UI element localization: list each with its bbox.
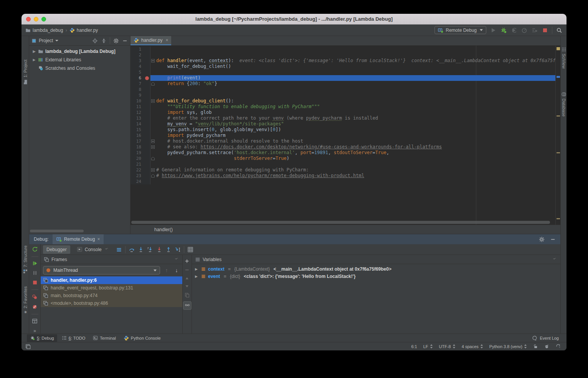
- settings-gear-icon[interactable]: [113, 38, 119, 44]
- run-configurations-button[interactable]: [531, 27, 538, 34]
- stripe-tab-database[interactable]: Database: [560, 92, 567, 124]
- fold-marker[interactable]: [150, 138, 155, 144]
- stripe-tab-project[interactable]: 1: Project: [21, 50, 29, 85]
- variable-row[interactable]: ▶event = {dict} <class 'dict'>: {'messag…: [192, 273, 560, 280]
- breakpoint-gutter[interactable]: [144, 104, 150, 110]
- fold-marker[interactable]: [150, 81, 155, 87]
- search-everywhere-button[interactable]: [556, 27, 563, 34]
- restore-layout-button[interactable]: [32, 318, 38, 324]
- view-breakpoints-button[interactable]: [32, 294, 38, 300]
- breadcrumb-file[interactable]: handler.py: [69, 28, 98, 33]
- variable-row[interactable]: ▶context = {LambdaContext} <__main__.Lam…: [192, 265, 560, 273]
- code-area[interactable]: 123def handler(event, context): event: <…: [130, 46, 560, 225]
- fold-marker[interactable]: [150, 156, 155, 161]
- force-step-into-button[interactable]: [156, 247, 162, 253]
- stripe-tab-sciview[interactable]: SciView: [560, 47, 567, 76]
- breakpoint-gutter[interactable]: [144, 98, 150, 104]
- breakpoint-gutter[interactable]: [144, 173, 150, 179]
- stack-frame-row[interactable]: handle_event_request, bootstrap.py:131: [41, 284, 182, 292]
- fold-marker[interactable]: [150, 98, 155, 104]
- remove-watch-button[interactable]: [185, 268, 190, 273]
- chevron-down-icon[interactable]: [55, 40, 58, 41]
- resume-button[interactable]: [32, 261, 38, 266]
- run-with-coverage-button[interactable]: [510, 27, 517, 34]
- step-into-my-code-button[interactable]: [147, 247, 153, 253]
- expand-chevron-icon[interactable]: ▶: [32, 58, 36, 62]
- editor-horizontal-scrollbar[interactable]: [131, 221, 554, 224]
- breakpoint-gutter[interactable]: [144, 69, 150, 75]
- fold-marker[interactable]: [150, 144, 155, 150]
- tree-item[interactable]: ▶External Libraries: [29, 56, 130, 64]
- lock-icon[interactable]: [533, 344, 538, 349]
- editor-tab-handler[interactable]: handler.py ×: [130, 36, 171, 45]
- show-watches-toggle[interactable]: [183, 301, 192, 310]
- debug-button[interactable]: [500, 27, 507, 34]
- hide-toolwindow-button[interactable]: [122, 38, 128, 44]
- layout-settings-icon[interactable]: [116, 247, 122, 253]
- fold-marker[interactable]: [150, 58, 155, 64]
- stripe-tab-structure[interactable]: 7: Structure: [21, 235, 29, 274]
- stack-frame-row[interactable]: <module>, bootstrap.py:486: [41, 299, 182, 307]
- highlighting-level-icon[interactable]: [544, 344, 549, 349]
- breakpoint-gutter[interactable]: [144, 127, 150, 133]
- expand-chevron-icon[interactable]: ▶: [32, 49, 36, 53]
- breakpoint-gutter[interactable]: [144, 92, 150, 98]
- run-button[interactable]: [490, 27, 497, 34]
- debug-session-tab[interactable]: Remote Debug ×: [53, 234, 104, 244]
- dock-icon[interactable]: [174, 258, 179, 261]
- evaluate-expression-button[interactable]: [187, 247, 193, 253]
- project-tree[interactable]: ▶lambda_debug [Lambda Debug]▶External Li…: [29, 46, 130, 234]
- close-tab-icon[interactable]: ×: [165, 38, 168, 43]
- frame-list[interactable]: handler, handler.py:6handle_event_reques…: [41, 276, 182, 307]
- run-configuration-select[interactable]: Remote Debug: [434, 26, 486, 34]
- stack-frame-row[interactable]: main, bootstrap.py:474: [41, 292, 182, 299]
- toolwindow-button-todo[interactable]: 6: TODO: [59, 334, 89, 342]
- update-info-icon[interactable]: ?: [555, 344, 561, 349]
- stop-button[interactable]: [542, 27, 548, 34]
- move-watch-down-button[interactable]: [185, 284, 190, 289]
- tree-item[interactable]: Scratches and Consoles: [29, 64, 130, 72]
- breakpoint-gutter[interactable]: [144, 150, 150, 156]
- breakpoint-gutter[interactable]: [144, 75, 150, 81]
- fold-marker[interactable]: [150, 173, 155, 179]
- breakpoint-gutter[interactable]: [144, 156, 150, 161]
- status-item-lf[interactable]: LF: [423, 344, 433, 349]
- toolwindow-switcher-icon[interactable]: [25, 344, 31, 349]
- more-actions-button[interactable]: »: [33, 328, 36, 334]
- breadcrumb-project[interactable]: lambda_debug: [25, 28, 63, 33]
- select-opened-file-button[interactable]: [92, 38, 98, 44]
- event-log-button[interactable]: Event Log: [532, 335, 561, 341]
- toolwindow-button-pythonconsole[interactable]: Python Console: [121, 334, 164, 342]
- duplicate-watch-button[interactable]: [185, 293, 190, 298]
- toolwindow-button-terminal[interactable]: Terminal: [90, 334, 119, 342]
- breakpoint-gutter[interactable]: [144, 121, 150, 127]
- status-item-python-3-8--venv-[interactable]: Python 3.8 (venv): [489, 344, 527, 349]
- stack-frame-row[interactable]: handler, handler.py:6: [41, 276, 182, 284]
- breakpoint-gutter[interactable]: [144, 81, 150, 87]
- breakpoint-gutter[interactable]: [144, 58, 150, 64]
- expand-chevron-icon[interactable]: ▶: [195, 267, 199, 271]
- thread-select[interactable]: MainThread: [43, 266, 160, 274]
- breakpoint-gutter[interactable]: [144, 87, 150, 92]
- dock-icon[interactable]: [552, 258, 557, 261]
- breakpoint-gutter[interactable]: [144, 138, 150, 144]
- profiler-button[interactable]: [521, 27, 528, 34]
- next-frame-button[interactable]: ↓: [173, 267, 180, 273]
- expand-chevron-icon[interactable]: ▶: [195, 274, 199, 278]
- breakpoint-dot[interactable]: [145, 76, 149, 80]
- previous-frame-button[interactable]: ↑: [163, 267, 170, 273]
- toolwindow-button-debug[interactable]: 5: Debug: [27, 334, 57, 342]
- tab-console[interactable]: Console: [73, 245, 113, 254]
- breakpoint-gutter[interactable]: [144, 133, 150, 138]
- stop-debug-button[interactable]: [32, 280, 38, 285]
- breakpoint-gutter[interactable]: [144, 144, 150, 150]
- tab-debugger[interactable]: Debugger: [43, 245, 70, 254]
- breakpoint-gutter[interactable]: [144, 52, 150, 58]
- collapse-all-button[interactable]: [101, 38, 107, 44]
- close-session-icon[interactable]: ×: [97, 237, 100, 242]
- debug-settings-gear-icon[interactable]: [539, 237, 545, 242]
- step-out-button[interactable]: [165, 247, 172, 253]
- editor-breadcrumb-bar[interactable]: handler(): [130, 225, 560, 234]
- variables-list[interactable]: ▶context = {LambdaContext} <__main__.Lam…: [192, 264, 560, 280]
- project-horizontal-scrollbar[interactable]: [30, 230, 84, 232]
